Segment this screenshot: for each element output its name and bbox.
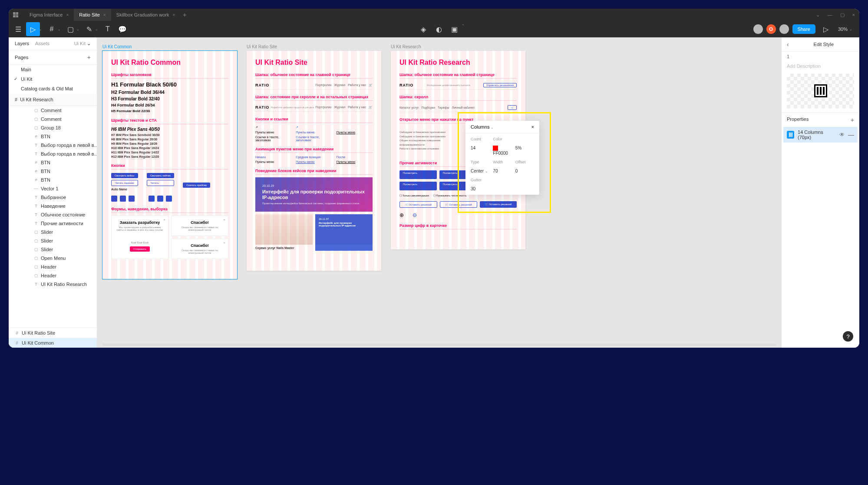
frame-header[interactable]: Ui Kit Research: [20, 97, 53, 102]
layer-item[interactable]: #BTN: [9, 132, 97, 141]
maximize-icon[interactable]: ▢: [840, 12, 845, 18]
nav-sample: RATIOРазработка цифровых продуктов для д…: [255, 103, 373, 112]
close-icon[interactable]: ×: [172, 13, 175, 17]
close-window-icon[interactable]: ×: [852, 12, 855, 18]
typography-sample: H12 IBM Plex Sans Regular 12/20: [111, 155, 228, 158]
add-property-button[interactable]: +: [851, 116, 854, 123]
image-slot: [255, 214, 313, 245]
layer-item[interactable]: ▢Open Menu: [9, 254, 97, 262]
frame-label[interactable]: Ui Kit Ratio Site: [247, 44, 381, 49]
frame-tool-icon[interactable]: #: [45, 22, 59, 36]
close-icon[interactable]: ×: [103, 13, 106, 17]
present-icon[interactable]: ▷: [819, 22, 833, 36]
frame-label[interactable]: Ui Kit Research: [391, 44, 525, 49]
text-tool-icon[interactable]: T: [101, 22, 115, 36]
layer-item[interactable]: ▢Comment: [9, 106, 97, 115]
frame-icon: #: [15, 341, 19, 345]
move-tool-icon[interactable]: ▷: [26, 22, 40, 36]
add-page-button[interactable]: +: [87, 54, 91, 61]
opacity-input[interactable]: 5%: [515, 146, 534, 156]
color-input[interactable]: FF0000: [493, 146, 512, 156]
layer-item[interactable]: #BTN: [9, 158, 97, 167]
layer-item[interactable]: TНаведение: [9, 202, 97, 210]
tab-ratio-site[interactable]: Ratio Site×: [74, 9, 111, 21]
typography-sample: H8 IBM Plex Sans Regular 20/30: [111, 138, 228, 141]
library-name[interactable]: Ui Kit ⌄: [74, 41, 91, 47]
text-icon: T: [34, 213, 38, 217]
offset-input[interactable]: 0: [515, 169, 534, 173]
text-icon: T: [34, 152, 38, 156]
boolean-icon[interactable]: ▣: [448, 22, 462, 36]
type-select[interactable]: Center ⌄: [471, 169, 489, 173]
back-icon[interactable]: ‹: [787, 41, 789, 48]
layer-item[interactable]: ▢Slider: [9, 236, 97, 245]
layer-item[interactable]: ▢Header: [9, 262, 97, 271]
field-label: Color: [493, 137, 534, 141]
frame-label[interactable]: Ui Kit Common: [102, 44, 237, 49]
button-sample: Auto Name: [111, 188, 138, 191]
tab-assets[interactable]: Assets: [35, 41, 50, 47]
layer-item[interactable]: ▢Slider: [9, 245, 97, 254]
property-row[interactable]: 14 Columns (70px) 👁 —: [783, 127, 858, 143]
menu-icon[interactable]: ☰: [11, 22, 25, 36]
layer-item[interactable]: TПрочие активности: [9, 219, 97, 228]
count-input[interactable]: 14: [471, 146, 489, 156]
page-item[interactable]: Main: [9, 65, 97, 74]
layer-item[interactable]: —Vector 1: [9, 184, 97, 193]
new-tab-button[interactable]: +: [183, 11, 186, 18]
button-sample: Скачать прайсер: [183, 183, 210, 188]
section-title: Шапка: скролл: [399, 95, 517, 101]
rect-icon: ▢: [34, 117, 38, 121]
share-button[interactable]: Share: [792, 24, 815, 34]
layer-item[interactable]: TВыбор города в левой в...: [9, 141, 97, 149]
page-item[interactable]: Ui Kit: [9, 74, 97, 84]
layer-item[interactable]: TUI Kit Ratio Research: [9, 280, 97, 289]
layer-item[interactable]: TОбычное состояние: [9, 210, 97, 219]
minimize-icon[interactable]: —: [828, 12, 832, 18]
remove-icon[interactable]: —: [848, 131, 854, 138]
layer-item[interactable]: #BTN: [9, 176, 97, 184]
layer-item[interactable]: ▢Group 18: [9, 123, 97, 132]
frame-ui-kit-common[interactable]: UI Kit Ratio Common Шрифты заголовков H1…: [102, 51, 237, 279]
layer-item[interactable]: ▢Slider: [9, 228, 97, 236]
layer-item[interactable]: ▢Comment: [9, 115, 97, 123]
horizontal-scrollbar[interactable]: [102, 343, 776, 346]
frame-row[interactable]: #Ui Kit Ratio Site: [9, 328, 97, 338]
description-input[interactable]: Add Description: [782, 61, 859, 71]
layer-item[interactable]: TВыбор города в левой в...: [9, 149, 97, 158]
width-input[interactable]: 70: [493, 169, 512, 173]
layer-item[interactable]: ▢Header: [9, 271, 97, 280]
avatar[interactable]: [779, 24, 789, 34]
visibility-icon[interactable]: 👁: [839, 132, 845, 138]
tab-figma-interface[interactable]: Figma Interface×: [24, 9, 74, 21]
pen-tool-icon[interactable]: ✎: [82, 22, 96, 36]
avatar[interactable]: [753, 24, 763, 34]
layer-item[interactable]: TВыбранное: [9, 193, 97, 202]
gutter-input[interactable]: 30: [471, 186, 534, 191]
mask-icon[interactable]: ◐: [432, 22, 446, 36]
avatar[interactable]: O: [766, 24, 776, 34]
comment-tool-icon[interactable]: 💬: [116, 22, 129, 36]
shape-tool-icon[interactable]: ▢: [63, 22, 77, 36]
close-icon[interactable]: ×: [66, 13, 69, 17]
close-icon[interactable]: ×: [531, 124, 534, 130]
component-icon[interactable]: ◈: [416, 22, 430, 36]
tab-skillbox[interactable]: Skillbox Graduation work×: [111, 9, 181, 21]
text-icon: T: [34, 143, 38, 147]
layer-item[interactable]: #BTN: [9, 167, 97, 176]
typography-sample: H11 IBM Plex Sans Regular 14/22: [111, 151, 228, 154]
tab-layers[interactable]: Layers: [15, 41, 29, 47]
frame-row[interactable]: #Ui Kit Common: [9, 338, 97, 348]
rect-icon: ▢: [34, 256, 38, 260]
page-item[interactable]: Catalog cards & Old Mat: [9, 84, 97, 93]
button-sample: Читать: [147, 180, 175, 186]
frame-ui-kit-ratio-site[interactable]: UI Kit Ratio Site Шапка: обычное состоян…: [247, 51, 381, 271]
help-button[interactable]: ?: [843, 331, 853, 342]
line-icon: —: [34, 186, 38, 191]
chevron-down-icon[interactable]: ⌄: [816, 12, 820, 18]
text-icon: T: [34, 221, 38, 226]
style-count[interactable]: 1: [782, 52, 859, 61]
figma-logo-icon[interactable]: [13, 12, 18, 17]
zoom-level[interactable]: 30%: [838, 27, 848, 32]
canvas[interactable]: Ui Kit Common UI Kit Ratio Common Шрифты…: [97, 37, 781, 348]
